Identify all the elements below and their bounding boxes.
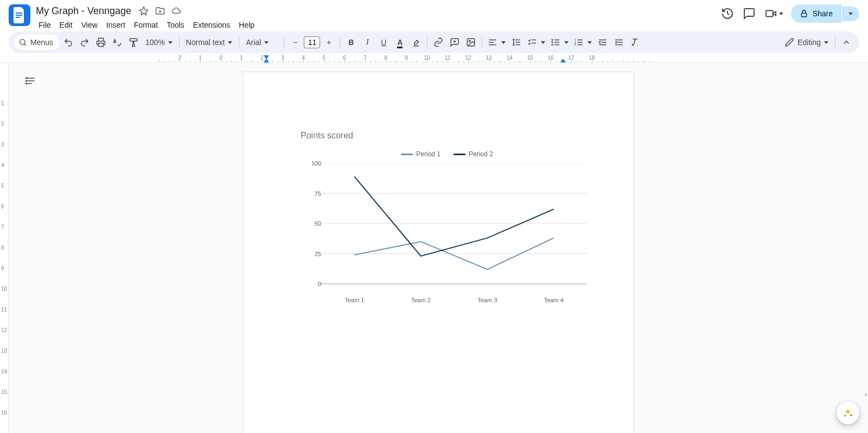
document-page[interactable]: Points scored Period 1Period 2 025507510… — [242, 72, 634, 433]
svg-point-11 — [552, 44, 553, 46]
toolbar: Menus 100% Normal text Arial − 11 + B I … — [9, 31, 859, 53]
undo-button[interactable] — [61, 35, 76, 50]
chart-legend: Period 1Period 2 — [301, 150, 593, 158]
font-size-input[interactable]: 11 — [304, 36, 320, 48]
zoom-dropdown[interactable]: 100% — [142, 38, 176, 47]
italic-button[interactable]: I — [360, 35, 375, 50]
menu-insert[interactable]: Insert — [103, 18, 129, 31]
font-size-increase[interactable]: + — [321, 35, 336, 50]
font-dropdown[interactable]: Arial — [242, 38, 280, 47]
menus-search-button[interactable]: Menus — [14, 35, 60, 50]
share-caret[interactable] — [842, 7, 859, 21]
explore-fab[interactable] — [837, 402, 859, 424]
horizontal-ruler[interactable]: 210123456789101112131415161718 — [0, 54, 868, 63]
highlight-button[interactable] — [409, 35, 424, 50]
insert-comment-button[interactable] — [447, 35, 462, 50]
share-label: Share — [813, 9, 833, 18]
collapse-toolbar-button[interactable] — [839, 35, 854, 50]
docs-logo[interactable] — [9, 4, 30, 26]
comments-icon[interactable] — [742, 7, 756, 21]
underline-button[interactable]: U — [376, 35, 391, 50]
show-outline-button[interactable] — [23, 73, 39, 89]
svg-point-16 — [26, 80, 27, 81]
svg-point-15 — [26, 78, 27, 79]
menu-extensions[interactable]: Extensions — [189, 18, 234, 31]
svg-rect-3 — [765, 11, 773, 17]
legend-item: Period 2 — [454, 150, 493, 158]
legend-item: Period 1 — [401, 150, 441, 158]
move-icon[interactable] — [155, 6, 165, 16]
indent-increase-button[interactable] — [611, 35, 627, 50]
spellcheck-button[interactable] — [110, 35, 125, 50]
menu-tools[interactable]: Tools — [163, 18, 188, 31]
svg-rect-4 — [801, 13, 806, 17]
svg-point-8 — [469, 40, 471, 42]
menubar: FileEditViewInsertFormatToolsExtensionsH… — [35, 18, 720, 31]
menu-help[interactable]: Help — [235, 18, 258, 31]
svg-point-17 — [26, 83, 27, 84]
indent-decrease-button[interactable] — [595, 35, 610, 50]
bold-button[interactable]: B — [343, 35, 359, 50]
svg-point-10 — [552, 42, 553, 43]
vertical-ruler[interactable]: 12345678910111213141516 — [0, 64, 9, 433]
svg-rect-2 — [16, 17, 20, 18]
doc-title[interactable]: My Graph - Venngage — [35, 5, 132, 17]
menu-file[interactable]: File — [35, 18, 55, 31]
svg-text:3: 3 — [575, 43, 576, 46]
meet-button[interactable] — [764, 8, 783, 20]
paint-format-button[interactable] — [126, 35, 141, 50]
history-icon[interactable] — [720, 7, 735, 21]
align-dropdown[interactable] — [486, 35, 508, 50]
checklist-dropdown[interactable] — [525, 35, 547, 50]
side-panel-toggle[interactable]: ‹ — [865, 391, 867, 398]
line-spacing-button[interactable] — [509, 35, 524, 50]
svg-rect-1 — [16, 15, 22, 16]
redo-button[interactable] — [77, 35, 92, 50]
print-button[interactable] — [93, 35, 108, 50]
chart-plot: 0255075100Team 1Team 2Team 3Team 4 — [306, 163, 588, 294]
cloud-status-icon[interactable] — [171, 6, 181, 16]
insert-image-button[interactable] — [463, 35, 478, 50]
font-size-decrease[interactable]: − — [288, 35, 303, 50]
menu-view[interactable]: View — [78, 18, 101, 31]
menu-edit[interactable]: Edit — [56, 18, 76, 31]
insert-link-button[interactable] — [431, 35, 446, 50]
svg-point-5 — [20, 40, 25, 44]
svg-point-9 — [552, 40, 553, 41]
chart[interactable]: Points scored Period 1Period 2 025507510… — [301, 131, 593, 294]
menu-format[interactable]: Format — [130, 18, 162, 31]
svg-rect-0 — [16, 12, 22, 14]
menus-label: Menus — [30, 38, 53, 47]
bulleted-list-dropdown[interactable] — [548, 35, 571, 50]
share-button[interactable]: Share — [791, 4, 841, 23]
numbered-list-dropdown[interactable]: 123 — [572, 35, 594, 50]
text-color-button[interactable]: A — [392, 35, 407, 50]
star-icon[interactable] — [139, 6, 149, 16]
clear-formatting-button[interactable] — [628, 35, 643, 50]
chart-title: Points scored — [301, 131, 593, 141]
editing-mode-dropdown[interactable]: Editing — [781, 37, 832, 47]
svg-rect-6 — [99, 43, 104, 47]
paragraph-style-dropdown[interactable]: Normal text — [183, 38, 236, 47]
